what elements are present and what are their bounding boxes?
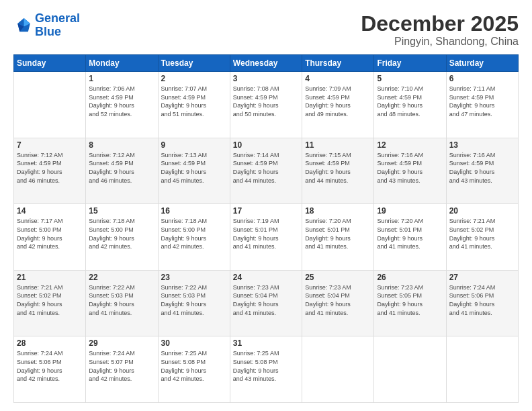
day-info: Sunrise: 7:14 AM Sunset: 4:59 PM Dayligh… [233,151,299,185]
day-info: Sunrise: 7:22 AM Sunset: 5:03 PM Dayligh… [161,283,227,317]
day-info: Sunrise: 7:08 AM Sunset: 4:59 PM Dayligh… [233,85,299,118]
day-info: Sunrise: 7:23 AM Sunset: 5:05 PM Dayligh… [377,283,443,317]
table-row: 1Sunrise: 7:06 AM Sunset: 4:59 PM Daylig… [86,72,158,138]
day-info: Sunrise: 7:25 AM Sunset: 5:08 PM Dayligh… [233,349,299,383]
day-info: Sunrise: 7:13 AM Sunset: 4:59 PM Dayligh… [161,151,227,185]
day-info: Sunrise: 7:16 AM Sunset: 4:59 PM Dayligh… [449,151,515,185]
day-number: 16 [161,206,227,216]
table-row: 23Sunrise: 7:22 AM Sunset: 5:03 PM Dayli… [158,270,230,336]
day-info: Sunrise: 7:12 AM Sunset: 4:59 PM Dayligh… [17,151,83,185]
col-saturday: Saturday [446,55,518,72]
day-info: Sunrise: 7:19 AM Sunset: 5:01 PM Dayligh… [233,217,299,250]
day-info: Sunrise: 7:18 AM Sunset: 5:00 PM Dayligh… [89,217,154,250]
day-number: 11 [305,140,371,150]
title-block: December 2025 Pingyin, Shandong, China [361,12,519,48]
day-info: Sunrise: 7:07 AM Sunset: 4:59 PM Dayligh… [161,85,227,118]
day-number: 30 [161,338,227,348]
logo-icon [13,16,32,35]
day-number: 26 [377,273,443,282]
table-row: 3Sunrise: 7:08 AM Sunset: 4:59 PM Daylig… [230,72,302,138]
day-info: Sunrise: 7:23 AM Sunset: 5:04 PM Dayligh… [305,283,371,317]
logo-text: General Blue [35,12,80,39]
calendar-week-row: 14Sunrise: 7:17 AM Sunset: 5:00 PM Dayli… [14,204,519,271]
month-title: December 2025 [361,12,519,36]
table-row [14,72,86,138]
day-number: 31 [233,338,299,348]
table-row: 20Sunrise: 7:21 AM Sunset: 5:02 PM Dayli… [446,204,518,271]
table-row: 31Sunrise: 7:25 AM Sunset: 5:08 PM Dayli… [230,336,302,403]
calendar-week-row: 1Sunrise: 7:06 AM Sunset: 4:59 PM Daylig… [14,72,519,138]
table-row: 17Sunrise: 7:19 AM Sunset: 5:01 PM Dayli… [230,204,302,271]
table-row: 26Sunrise: 7:23 AM Sunset: 5:05 PM Dayli… [374,270,446,336]
day-number: 3 [233,74,299,83]
table-row: 8Sunrise: 7:12 AM Sunset: 4:59 PM Daylig… [86,138,158,204]
table-row: 21Sunrise: 7:21 AM Sunset: 5:02 PM Dayli… [14,270,86,336]
table-row: 24Sunrise: 7:23 AM Sunset: 5:04 PM Dayli… [230,270,302,336]
page: General Blue December 2025 Pingyin, Shan… [0,0,532,411]
day-info: Sunrise: 7:20 AM Sunset: 5:01 PM Dayligh… [305,217,371,250]
day-info: Sunrise: 7:11 AM Sunset: 4:59 PM Dayligh… [449,85,515,118]
table-row [374,336,446,403]
table-row: 2Sunrise: 7:07 AM Sunset: 4:59 PM Daylig… [158,72,230,138]
table-row: 10Sunrise: 7:14 AM Sunset: 4:59 PM Dayli… [230,138,302,204]
calendar-week-row: 28Sunrise: 7:24 AM Sunset: 5:06 PM Dayli… [14,336,519,403]
day-number: 21 [17,273,83,282]
logo-line2: Blue [35,26,80,39]
day-info: Sunrise: 7:24 AM Sunset: 5:06 PM Dayligh… [449,283,515,317]
day-info: Sunrise: 7:20 AM Sunset: 5:01 PM Dayligh… [377,217,443,250]
table-row: 12Sunrise: 7:16 AM Sunset: 4:59 PM Dayli… [374,138,446,204]
day-info: Sunrise: 7:25 AM Sunset: 5:08 PM Dayligh… [161,349,227,383]
day-number: 29 [89,338,154,348]
table-row: 29Sunrise: 7:24 AM Sunset: 5:07 PM Dayli… [86,336,158,403]
table-row: 13Sunrise: 7:16 AM Sunset: 4:59 PM Dayli… [446,138,518,204]
table-row: 22Sunrise: 7:22 AM Sunset: 5:03 PM Dayli… [86,270,158,336]
day-info: Sunrise: 7:16 AM Sunset: 4:59 PM Dayligh… [377,151,443,185]
table-row: 28Sunrise: 7:24 AM Sunset: 5:06 PM Dayli… [14,336,86,403]
location: Pingyin, Shandong, China [361,36,519,48]
calendar-week-row: 21Sunrise: 7:21 AM Sunset: 5:02 PM Dayli… [14,270,519,336]
day-number: 12 [377,140,443,150]
calendar-header-row: Sunday Monday Tuesday Wednesday Thursday… [14,55,519,72]
table-row [446,336,518,403]
logo: General Blue [13,12,80,39]
day-number: 13 [449,140,515,150]
table-row: 9Sunrise: 7:13 AM Sunset: 4:59 PM Daylig… [158,138,230,204]
day-number: 19 [377,206,443,216]
day-number: 9 [161,140,227,150]
day-info: Sunrise: 7:06 AM Sunset: 4:59 PM Dayligh… [89,85,154,118]
day-number: 10 [233,140,299,150]
day-info: Sunrise: 7:12 AM Sunset: 4:59 PM Dayligh… [89,151,154,185]
day-number: 23 [161,273,227,282]
day-info: Sunrise: 7:09 AM Sunset: 4:59 PM Dayligh… [305,85,371,118]
day-info: Sunrise: 7:24 AM Sunset: 5:07 PM Dayligh… [89,349,154,383]
col-monday: Monday [86,55,158,72]
day-number: 6 [449,74,515,83]
table-row: 19Sunrise: 7:20 AM Sunset: 5:01 PM Dayli… [374,204,446,271]
logo-line1: General [35,12,80,26]
table-row: 4Sunrise: 7:09 AM Sunset: 4:59 PM Daylig… [302,72,374,138]
table-row: 15Sunrise: 7:18 AM Sunset: 5:00 PM Dayli… [86,204,158,271]
table-row: 11Sunrise: 7:15 AM Sunset: 4:59 PM Dayli… [302,138,374,204]
day-number: 7 [17,140,83,150]
day-info: Sunrise: 7:21 AM Sunset: 5:02 PM Dayligh… [449,217,515,250]
day-number: 5 [377,74,443,83]
table-row: 18Sunrise: 7:20 AM Sunset: 5:01 PM Dayli… [302,204,374,271]
day-info: Sunrise: 7:17 AM Sunset: 5:00 PM Dayligh… [17,217,83,250]
day-number: 1 [89,74,154,83]
col-tuesday: Tuesday [158,55,230,72]
calendar-table: Sunday Monday Tuesday Wednesday Thursday… [13,54,519,403]
day-number: 17 [233,206,299,216]
day-info: Sunrise: 7:15 AM Sunset: 4:59 PM Dayligh… [305,151,371,185]
table-row [302,336,374,403]
day-number: 14 [17,206,83,216]
col-sunday: Sunday [14,55,86,72]
col-friday: Friday [374,55,446,72]
table-row: 16Sunrise: 7:18 AM Sunset: 5:00 PM Dayli… [158,204,230,271]
table-row: 14Sunrise: 7:17 AM Sunset: 5:00 PM Dayli… [14,204,86,271]
day-number: 28 [17,338,83,348]
day-number: 18 [305,206,371,216]
header: General Blue December 2025 Pingyin, Shan… [13,12,519,48]
table-row: 6Sunrise: 7:11 AM Sunset: 4:59 PM Daylig… [446,72,518,138]
col-thursday: Thursday [302,55,374,72]
day-number: 15 [89,206,154,216]
